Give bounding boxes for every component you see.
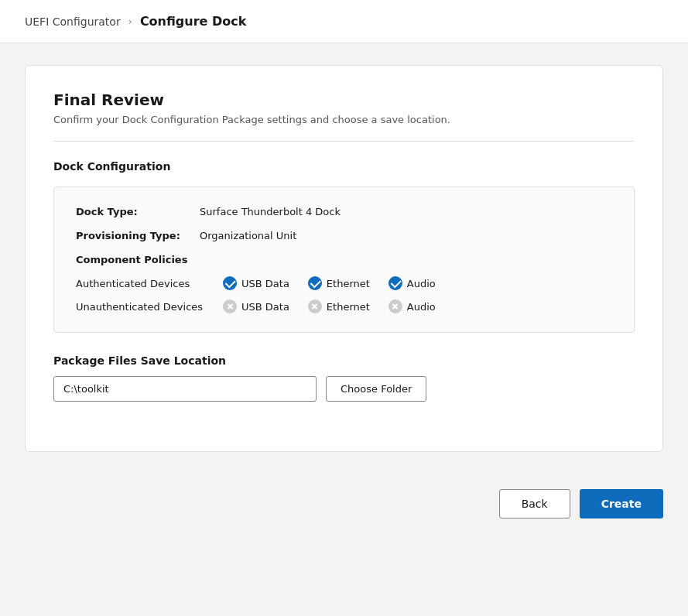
authenticated-devices-row: Authenticated Devices USB Data Ethernet: [76, 276, 612, 290]
unauth-usb-data-item: USB Data: [223, 299, 289, 313]
main-card: Final Review Confirm your Dock Configura…: [25, 65, 663, 452]
save-location-section: Package Files Save Location Choose Folde…: [53, 354, 635, 402]
breadcrumb-parent: UEFI Configurator: [25, 15, 121, 28]
unauth-usb-data-label: USB Data: [241, 301, 289, 313]
breadcrumb-current: Configure Dock: [140, 14, 247, 29]
footer-actions: Back Create: [0, 474, 688, 534]
x-circle-icon: [223, 299, 237, 313]
save-location-input[interactable]: [53, 376, 317, 402]
unauth-audio-label: Audio: [407, 301, 436, 313]
auth-ethernet-label: Ethernet: [327, 278, 370, 289]
x-circle-icon: [388, 299, 402, 313]
unauth-ethernet-label: Ethernet: [327, 301, 370, 313]
page-subtitle: Confirm your Dock Configuration Package …: [53, 114, 635, 125]
main-content: Final Review Confirm your Dock Configura…: [0, 43, 688, 474]
divider: [53, 141, 635, 142]
unauth-ethernet-item: Ethernet: [308, 299, 370, 313]
provisioning-type-label: Provisioning Type:: [76, 230, 200, 241]
auth-ethernet-item: Ethernet: [308, 276, 370, 290]
provisioning-type-row: Provisioning Type: Organizational Unit: [76, 230, 612, 241]
check-circle-icon: [308, 276, 322, 290]
x-circle-icon: [308, 299, 322, 313]
auth-usb-data-label: USB Data: [241, 278, 289, 289]
back-button[interactable]: Back: [499, 489, 570, 518]
dock-type-row: Dock Type: Surface Thunderbolt 4 Dock: [76, 206, 612, 217]
auth-usb-data-item: USB Data: [223, 276, 289, 290]
page-title: Final Review: [53, 91, 635, 109]
authenticated-label: Authenticated Devices: [76, 278, 223, 289]
breadcrumb-chevron: ›: [128, 15, 132, 27]
choose-folder-button[interactable]: Choose Folder: [326, 376, 426, 402]
save-location-title: Package Files Save Location: [53, 354, 635, 367]
component-policies-title: Component Policies: [76, 254, 612, 265]
unauthenticated-policy-items: USB Data Ethernet Audio: [223, 299, 436, 313]
dock-configuration-title: Dock Configuration: [53, 160, 635, 173]
check-circle-icon: [223, 276, 237, 290]
authenticated-policy-items: USB Data Ethernet Audio: [223, 276, 436, 290]
unauthenticated-devices-row: Unauthenticated Devices USB Data Etherne…: [76, 299, 612, 313]
auth-audio-item: Audio: [388, 276, 436, 290]
check-circle-icon: [388, 276, 402, 290]
config-inner-card: Dock Type: Surface Thunderbolt 4 Dock Pr…: [53, 187, 635, 333]
unauthenticated-label: Unauthenticated Devices: [76, 301, 223, 313]
create-button[interactable]: Create: [580, 489, 663, 518]
provisioning-type-value: Organizational Unit: [200, 230, 296, 241]
save-location-row: Choose Folder: [53, 376, 635, 402]
unauth-audio-item: Audio: [388, 299, 436, 313]
dock-type-label: Dock Type:: [76, 206, 200, 217]
header: UEFI Configurator › Configure Dock: [0, 0, 688, 43]
dock-type-value: Surface Thunderbolt 4 Dock: [200, 206, 341, 217]
auth-audio-label: Audio: [407, 278, 436, 289]
component-policies-block: Component Policies Authenticated Devices…: [76, 254, 612, 313]
